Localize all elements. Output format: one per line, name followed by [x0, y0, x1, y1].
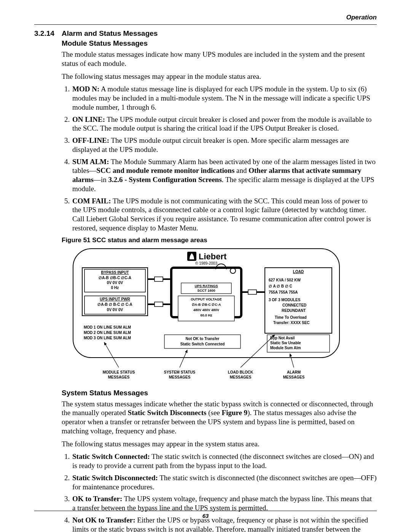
svg-text:MODULE STATUS: MODULE STATUS: [103, 370, 135, 374]
lead: Static Switch Connected:: [72, 452, 150, 460]
list-item: ON LINE: The UPS module output circuit b…: [72, 115, 377, 133]
text: The UPS module output circuit breaker is…: [72, 115, 371, 133]
list-item: Static Switch Connected: The static swit…: [72, 452, 377, 470]
svg-text:∅A-B  ∅B-C  ∅C-A: ∅A-B ∅B-C ∅C-A: [99, 276, 131, 280]
module-status-heading: Module Status Messages: [62, 39, 377, 48]
circle-icon: [230, 268, 236, 273]
header-section: Operation: [34, 14, 377, 21]
system-list: Static Switch Connected: The static swit…: [62, 452, 377, 532]
list-item: MOD N: A module status message line is d…: [72, 85, 377, 112]
svg-text:CONNECTED: CONNECTED: [282, 303, 306, 307]
svg-text:3 OF 3 MODULES: 3 OF 3 MODULES: [269, 298, 301, 302]
lead: Static Switch Disconnected:: [72, 474, 158, 482]
list-item: OFF-LINE: The UPS module output circuit …: [72, 136, 377, 154]
figure-caption-lead: Figure 51: [62, 236, 91, 244]
section-title: Alarm and Status Messages: [62, 29, 158, 38]
copyright: © 1989-2003: [195, 261, 217, 265]
lead: OK to Transfer:: [72, 495, 122, 503]
svg-text:LOAD: LOAD: [293, 270, 304, 274]
svg-text:627 KVA / 502 KW: 627 KVA / 502 KW: [269, 278, 301, 282]
svg-text:MOD 3  ON LINE SUM ALM: MOD 3 ON LINE SUM ALM: [84, 336, 131, 340]
module-p1: The module status messages indicate how …: [62, 50, 377, 68]
text: and: [234, 166, 249, 174]
svg-text:MESSAGES: MESSAGES: [108, 375, 130, 379]
svg-text:Byp Not Avail: Byp Not Avail: [270, 336, 295, 340]
svg-text:Module Sum Alm: Module Sum Alm: [270, 346, 301, 350]
system-status-heading: System Status Messages: [62, 389, 377, 397]
svg-text:BYPASS INPUT: BYPASS INPUT: [101, 270, 129, 275]
section-heading: 3.2.14 Alarm and Status Messages: [34, 29, 377, 38]
section-number: 3.2.14: [34, 29, 62, 38]
figure-caption: Figure 51 SCC status and alarm message a…: [62, 236, 377, 244]
module-body: The module status messages indicate how …: [62, 50, 377, 233]
svg-rect-28: [155, 277, 163, 281]
text: —in: [94, 176, 108, 184]
lead: COM FAIL:: [72, 197, 111, 205]
svg-text:Not OK to Transfer: Not OK to Transfer: [186, 337, 220, 341]
lead: ON LINE:: [72, 115, 105, 123]
page-number: 63: [34, 513, 377, 519]
module-list: MOD N: A module status message line is d…: [62, 85, 377, 232]
list-item: SUM ALM: The Module Summary Alarm has be…: [72, 157, 377, 193]
svg-text:∅A-B  ∅B-C  ∅C-A: ∅A-B ∅B-C ∅C-A: [192, 303, 221, 307]
svg-text:UPS RATINGS: UPS RATINGS: [195, 284, 218, 288]
text: A module status message line is displaye…: [72, 85, 370, 111]
svg-text:MESSAGES: MESSAGES: [283, 375, 305, 379]
text: (see: [206, 409, 221, 417]
lead: OFF-LINE:: [72, 136, 109, 144]
svg-text:480V  480V  480V: 480V 480V 480V: [193, 308, 219, 312]
figure-caption-rest: SCC status and alarm message areas: [91, 236, 207, 244]
svg-text:0 Hz: 0 Hz: [111, 286, 119, 290]
svg-text:0V     0V     0V: 0V 0V 0V: [107, 281, 123, 285]
svg-text:SCCT 1600: SCCT 1600: [197, 289, 215, 292]
module-p2: The following status messages may appear…: [62, 72, 377, 81]
liebert-logo: Liebert © 1989-2003: [187, 252, 227, 265]
bold: Figure 9: [222, 409, 248, 417]
footer-rule: [34, 511, 377, 511]
list-item: COM FAIL: The UPS module is not communic…: [72, 197, 377, 233]
header-rule: [34, 24, 377, 25]
svg-rect-30: [248, 290, 256, 294]
lead: SUM ALM:: [72, 158, 109, 166]
text: The UPS module is not communicating with…: [72, 197, 371, 232]
figure-51: Liebert © 1989-2003 BYPASS INPUT ∅A-B ∅B…: [62, 246, 351, 383]
svg-text:Static Switch Connected: Static Switch Connected: [180, 342, 225, 346]
svg-text:0V     0V     0V: 0V 0V 0V: [107, 308, 123, 312]
svg-text:Static Sw Unable: Static Sw Unable: [270, 341, 301, 345]
svg-text:UPS INPUT PWR: UPS INPUT PWR: [100, 297, 130, 301]
svg-text:ALARM: ALARM: [287, 370, 301, 374]
svg-rect-29: [155, 302, 163, 307]
svg-line-39: [104, 342, 119, 367]
lead: MOD N:: [72, 85, 99, 93]
svg-text:REDUNDANT: REDUNDANT: [282, 308, 306, 313]
svg-line-42: [290, 354, 294, 367]
svg-text:MESSAGES: MESSAGES: [169, 375, 191, 379]
svg-line-40: [180, 350, 187, 367]
svg-text:Time To Overload: Time To Overload: [275, 315, 307, 320]
system-p1: The system status messages indicate whet…: [62, 399, 377, 436]
bold: Static Switch Disconnects: [128, 409, 207, 417]
svg-text:Transfer: XXXX SEC: Transfer: XXXX SEC: [273, 321, 310, 325]
bold: 3.2.6 - System Configuration Screens: [108, 176, 221, 184]
system-p2: The following status messages may appear…: [62, 439, 377, 449]
svg-text:MESSAGES: MESSAGES: [230, 375, 252, 379]
svg-text:LOAD BLOCK: LOAD BLOCK: [228, 370, 253, 374]
text: The UPS module output circuit breaker is…: [72, 136, 349, 153]
svg-text:MOD 1  ON LINE SUM ALM: MOD 1 ON LINE SUM ALM: [84, 325, 131, 329]
svg-text:SYSTEM STATUS: SYSTEM STATUS: [164, 370, 196, 374]
svg-text:OUTPUT VOLTAGE: OUTPUT VOLTAGE: [191, 297, 222, 301]
svg-text:MOD 2  ON LINE SUM ALM: MOD 2 ON LINE SUM ALM: [84, 331, 131, 335]
brand-text: Liebert: [199, 252, 227, 261]
svg-text:755A   755A   755A: 755A 755A 755A: [269, 290, 298, 294]
list-item: Static Switch Disconnected: The static s…: [72, 473, 377, 492]
footer: 63: [34, 511, 377, 519]
svg-text:∅A-B  ∅ B-C ∅ C-A: ∅A-B ∅ B-C ∅ C-A: [97, 302, 132, 307]
list-item: OK to Transfer: The UPS system voltage, …: [72, 494, 377, 513]
svg-text:60.0 Hz: 60.0 Hz: [200, 313, 212, 317]
scc-diagram: Liebert © 1989-2003 BYPASS INPUT ∅A-B ∅B…: [62, 246, 351, 383]
bold: SCC and module remote monitor indication…: [96, 166, 234, 174]
svg-text:∅ A     ∅ B     ∅ C: ∅ A ∅ B ∅ C: [269, 284, 292, 288]
